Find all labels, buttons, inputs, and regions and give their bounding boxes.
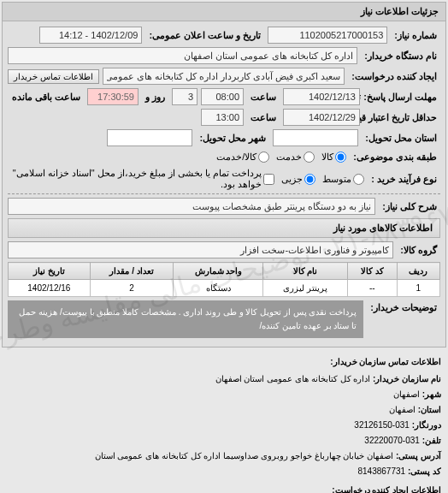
row-buyer: نام دستگاه خریدار:	[8, 47, 440, 64]
remain-time-input	[87, 88, 139, 105]
panel-title: جزئیات اطلاعات نیاز	[3, 3, 445, 21]
goods-section-title: اطلاعات کالاهای مورد نیاز	[8, 218, 440, 238]
check-desc-input[interactable]	[263, 174, 274, 185]
pasokh-time-label: ساعت	[247, 90, 280, 104]
th-qty: تعداد / مقدار	[90, 263, 174, 280]
row-need-desc: شرح کلی نیاز:	[8, 198, 440, 215]
creator-contact-title: اطلاعات ایجاد کننده درخواست:	[7, 483, 441, 493]
buyer-notes-label: توضیحات خریدار:	[367, 300, 440, 315]
remain-days-input	[172, 88, 197, 105]
validity-date-input	[283, 109, 360, 126]
td-unit: دستگاه	[174, 280, 263, 297]
contact-tel: تلفن: 031-32220070	[7, 433, 441, 448]
need-desc-label: شرح کلی نیاز:	[379, 199, 440, 214]
row-number: شماره نیاز: تاریخ و ساعت اعلان عمومی:	[8, 27, 440, 44]
amount-type-label: نوع فرآیند خرید :	[368, 172, 440, 187]
subject-radio-group: کالا خدمت کالا/خدمت	[216, 151, 346, 163]
validity-time-label: ساعت	[247, 110, 280, 125]
need-desc-input	[8, 198, 375, 215]
th-name: نام کالا	[263, 263, 347, 280]
row-amount: نوع فرآیند خرید : متوسط جزیی پرداخت تمام…	[8, 168, 440, 190]
remain-days-label: روز و	[142, 90, 168, 104]
announce-input	[39, 27, 142, 44]
td-qty: 2	[90, 280, 174, 297]
contact-state: استان: اصفهان	[7, 402, 441, 418]
row-subject: طبقه بندی موضوعی: کالا خدمت کالا/خدمت	[8, 150, 440, 164]
td-row: 1	[397, 280, 439, 297]
goods-table: ردیف کد کالا نام کالا واحد شمارش تعداد /…	[8, 262, 440, 297]
creator-label: ایجاد کننده درخواست:	[348, 69, 440, 84]
location-city-input[interactable]	[107, 129, 192, 146]
row-validity: حداقل تاریخ اعتبار قیمت: تا تاریخ: ساعت	[8, 109, 440, 126]
contact-buyer-button[interactable]: اطلاعات تماس خریدار	[8, 69, 99, 84]
location-city-label: شهر محل تحویل:	[196, 131, 269, 146]
number-label: شماره نیاز:	[391, 28, 440, 43]
divider	[8, 193, 440, 194]
location-state-label: استان محل تحویل:	[362, 131, 440, 146]
row-buyer-notes: توضیحات خریدار: پرداخت نقدی پس از تحویل …	[8, 300, 440, 338]
radio-khadamat[interactable]: خدمت	[276, 151, 315, 163]
contact-section: اطلاعات تماس سازمان خریدار: نام سازمان خ…	[0, 349, 448, 493]
th-row: ردیف	[397, 263, 439, 280]
contact-postal: کد پستی: 8143867731	[7, 464, 441, 479]
radio-medium[interactable]: متوسط	[322, 174, 364, 185]
td-code: --	[347, 280, 397, 297]
announce-label: تاریخ و ساعت اعلان عمومی:	[145, 28, 264, 43]
amount-radio-group: متوسط جزیی پرداخت تمام یا بخشی از مبلغ خ…	[8, 168, 364, 190]
th-unit: واحد شمارش	[174, 263, 263, 280]
contact-fax: دورنگار: 031-32126150	[7, 418, 441, 433]
radio-partial[interactable]: جزیی	[281, 174, 315, 185]
radio-khadamat-input[interactable]	[304, 151, 315, 163]
th-date: تاریخ نیاز	[9, 263, 91, 280]
td-name: پرینتر لیزری	[263, 280, 347, 297]
validity-time-input	[201, 109, 244, 126]
goods-group-label: گروه کالا:	[397, 243, 440, 258]
th-code: کد کالا	[347, 263, 397, 280]
remain-text: ساعت باقی مانده	[9, 90, 84, 104]
radio-medium-input[interactable]	[353, 174, 364, 185]
radio-partial-input[interactable]	[304, 174, 315, 185]
contact-address: آدرس پستی: اصفهان خیابان چهارباغ خواجو ر…	[7, 448, 441, 464]
validity-label: حداقل تاریخ اعتبار قیمت: تا تاریخ:	[363, 110, 440, 125]
goods-group-input	[8, 241, 393, 258]
buyer-device-label: نام دستگاه خریدار:	[361, 49, 440, 63]
buyer-device-input	[8, 47, 357, 64]
main-panel: جزئیات اطلاعات نیاز شماره نیاز: تاریخ و …	[2, 2, 446, 347]
number-input	[268, 27, 387, 44]
radio-kala-khadamat[interactable]: کالا/خدمت	[216, 151, 269, 163]
subject-type-label: طبقه بندی موضوعی:	[350, 150, 440, 164]
creator-input	[103, 68, 345, 85]
radio-kala[interactable]: کالا	[321, 151, 346, 163]
pasokh-time-input	[201, 88, 244, 105]
table-row[interactable]: 1 -- پرینتر لیزری دستگاه 2 1402/12/16	[9, 280, 440, 297]
buyer-notes-value: پرداخت نقدی پس از تحویل کالا و طی روند ا…	[8, 300, 363, 338]
radio-kala-khadamat-input[interactable]	[258, 151, 269, 163]
row-location: استان محل تحویل: شهر محل تحویل:	[8, 129, 440, 146]
check-desc[interactable]: پرداخت تمام یا بخشی از مبلغ خرید،از محل …	[8, 168, 274, 190]
td-date: 1402/12/16	[9, 280, 91, 297]
row-creator: ایجاد کننده درخواست: اطلاعات تماس خریدار	[8, 68, 440, 85]
table-header-row: ردیف کد کالا نام کالا واحد شمارش تعداد /…	[9, 263, 440, 280]
row-deadline: مهلت ارسال پاسخ: تا تاریخ: ساعت روز و سا…	[8, 88, 440, 105]
location-state-input[interactable]	[273, 129, 358, 146]
pasokh-date-input	[283, 88, 360, 105]
contact-title: اطلاعات تماس سازمان خریدار:	[7, 354, 441, 370]
row-goods-group: گروه کالا:	[8, 241, 440, 258]
radio-kala-input[interactable]	[335, 151, 346, 163]
contact-city: شهر: اصفهان	[7, 387, 441, 402]
pasokh-label: مهلت ارسال پاسخ: تا تاریخ:	[363, 90, 440, 104]
contact-org: نام سازمان خریدار: اداره کل کتابخانه های…	[7, 371, 441, 387]
